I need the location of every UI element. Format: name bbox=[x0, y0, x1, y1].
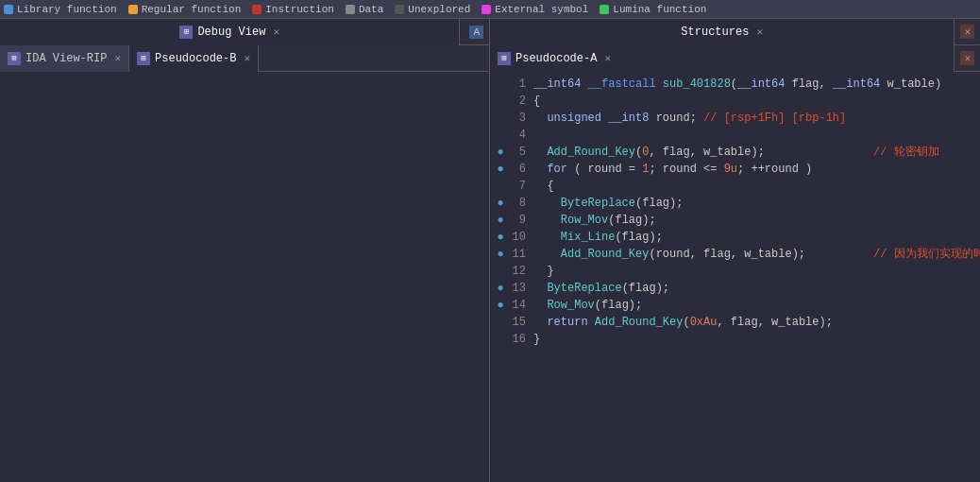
line-content: unsigned __int8 round; // [rsp+1Fh] [rbp… bbox=[533, 110, 976, 127]
pseudo-a-panel-close[interactable]: ✕ bbox=[960, 51, 974, 65]
library-label: Library function bbox=[17, 4, 117, 15]
code-line: 3 unsigned __int8 round; // [rsp+1Fh] [r… bbox=[490, 110, 980, 127]
code-line: 12 } bbox=[490, 263, 980, 280]
tab-structures[interactable]: Structures ✕ bbox=[490, 19, 955, 45]
unexplored-dot bbox=[395, 5, 404, 14]
line-content: return Add_Round_Key(0xAu, flag, w_table… bbox=[533, 314, 976, 331]
toolbar-instruction: Instruction bbox=[252, 4, 334, 15]
regular-dot bbox=[128, 5, 138, 14]
code-line: 15 return Add_Round_Key(0xAu, flag, w_ta… bbox=[490, 314, 980, 331]
line-number: 8 bbox=[507, 195, 526, 212]
structures-panel-close[interactable]: ✕ bbox=[960, 25, 974, 39]
lumina-label: Lumina function bbox=[613, 4, 706, 15]
debug-view-icon: ⊞ bbox=[179, 26, 193, 39]
line-number: 6 bbox=[507, 161, 526, 178]
line-number: 12 bbox=[507, 263, 526, 280]
line-number: 11 bbox=[507, 246, 526, 263]
data-label: Data bbox=[359, 4, 383, 15]
instruction-label: Instruction bbox=[265, 4, 334, 15]
pseudo-a-label: Pseudocode-A bbox=[515, 52, 597, 65]
line-dot: ● bbox=[494, 297, 507, 314]
structures-close[interactable]: ✕ bbox=[756, 26, 763, 38]
code-line: ●8 ByteReplace(flag); bbox=[490, 195, 980, 212]
line-dot: ● bbox=[494, 144, 507, 161]
line-content: { bbox=[533, 178, 976, 195]
code-line: ●13 ByteReplace(flag); bbox=[490, 280, 980, 297]
pseudo-b-close[interactable]: ✕ bbox=[244, 52, 250, 64]
line-content: for ( round = 1; round <= 9u; ++round ) bbox=[533, 161, 976, 178]
pseudo-a-icon: ⊞ bbox=[498, 52, 511, 65]
line-number: 16 bbox=[507, 331, 526, 348]
external-label: External symbol bbox=[495, 4, 588, 15]
line-content: ByteReplace(flag); bbox=[533, 195, 976, 212]
code-line: 1__int64 __fastcall sub_401828(__int64 f… bbox=[490, 76, 980, 93]
code-line: 7 { bbox=[490, 178, 980, 195]
line-content: Row_Mov(flag); bbox=[533, 212, 976, 229]
line-number: 5 bbox=[507, 144, 526, 161]
tab-pseudo-b[interactable]: ⊞ Pseudocode-B ✕ bbox=[129, 45, 259, 72]
line-dot: ● bbox=[494, 161, 507, 178]
code-line: ●9 Row_Mov(flag); bbox=[490, 212, 980, 229]
line-dot: ● bbox=[494, 212, 507, 229]
line-number: 4 bbox=[507, 127, 526, 144]
code-line: 2{ bbox=[490, 93, 980, 110]
tab-pseudo-a[interactable]: ⊞ Pseudocode-A ✕ bbox=[490, 45, 955, 72]
line-number: 9 bbox=[507, 212, 526, 229]
ida-view-label: IDA View-RIP bbox=[25, 52, 107, 65]
code-area: 1__int64 __fastcall sub_401828(__int64 f… bbox=[490, 72, 980, 482]
code-line: ●5 Add_Round_Key(0, flag, w_table); // 轮… bbox=[490, 144, 980, 161]
tab-debug-view[interactable]: ⊞ Debug View ✕ bbox=[0, 19, 460, 45]
code-line: 16} bbox=[490, 331, 980, 348]
code-line: ●10 Mix_Line(flag); bbox=[490, 229, 980, 246]
code-line: ●11 Add_Round_Key(round, flag, w_table);… bbox=[490, 246, 980, 263]
top-toolbar: Library function Regular function Instru… bbox=[0, 0, 980, 19]
tab-ida-view[interactable]: ⊞ IDA View-RIP ✕ bbox=[0, 45, 129, 72]
line-content: } bbox=[533, 263, 976, 280]
debug-view-close[interactable]: ✕ bbox=[273, 26, 279, 38]
ida-view-icon: ⊞ bbox=[8, 52, 21, 65]
line-number: 14 bbox=[507, 297, 526, 314]
line-content: Add_Round_Key(0, flag, w_table); // 轮密钥加 bbox=[533, 144, 976, 161]
line-content: ByteReplace(flag); bbox=[533, 280, 976, 297]
line-content: Row_Mov(flag); bbox=[533, 297, 976, 314]
toolbar-unexplored: Unexplored bbox=[395, 4, 470, 15]
unexplored-label: Unexplored bbox=[408, 4, 470, 15]
code-line: 4 bbox=[490, 127, 980, 144]
pseudo-a-close[interactable]: ✕ bbox=[604, 52, 611, 64]
pseudo-b-label: Pseudocode-B bbox=[155, 52, 236, 65]
line-number: 2 bbox=[507, 93, 526, 110]
toolbar-regular: Regular function bbox=[128, 4, 242, 15]
line-number: 10 bbox=[507, 229, 526, 246]
line-dot: ● bbox=[494, 229, 507, 246]
line-dot: ● bbox=[494, 246, 507, 263]
line-content: Mix_Line(flag); bbox=[533, 229, 976, 246]
line-number: 7 bbox=[507, 178, 526, 195]
toolbar-data: Data bbox=[346, 4, 383, 15]
line-dot: ● bbox=[494, 195, 507, 212]
lumina-dot bbox=[600, 5, 609, 14]
debug-view-btn-a[interactable]: A bbox=[469, 26, 483, 39]
regular-label: Regular function bbox=[142, 4, 242, 15]
line-number: 15 bbox=[507, 314, 526, 331]
line-content: { bbox=[533, 93, 976, 110]
library-dot bbox=[4, 5, 13, 14]
line-number: 1 bbox=[507, 76, 526, 93]
line-number: 3 bbox=[507, 110, 526, 127]
toolbar-library: Library function bbox=[4, 4, 117, 15]
toolbar-lumina: Lumina function bbox=[600, 4, 706, 15]
code-line: ●14 Row_Mov(flag); bbox=[490, 297, 980, 314]
pseudo-b-icon: ⊞ bbox=[137, 52, 150, 65]
line-dot: ● bbox=[494, 280, 507, 297]
line-number: 13 bbox=[507, 280, 526, 297]
code-line: ●6 for ( round = 1; round <= 9u; ++round… bbox=[490, 161, 980, 178]
data-dot bbox=[346, 5, 355, 14]
line-content: } bbox=[533, 331, 976, 348]
toolbar-external: External symbol bbox=[482, 4, 588, 15]
external-dot bbox=[482, 5, 491, 14]
structures-label: Structures bbox=[681, 26, 749, 39]
line-content: Add_Round_Key(round, flag, w_table); // … bbox=[533, 246, 980, 263]
ida-view-close[interactable]: ✕ bbox=[114, 52, 121, 64]
debug-view-label: Debug View bbox=[197, 26, 265, 39]
line-content: __int64 __fastcall sub_401828(__int64 fl… bbox=[533, 76, 976, 93]
instruction-dot bbox=[252, 5, 262, 14]
